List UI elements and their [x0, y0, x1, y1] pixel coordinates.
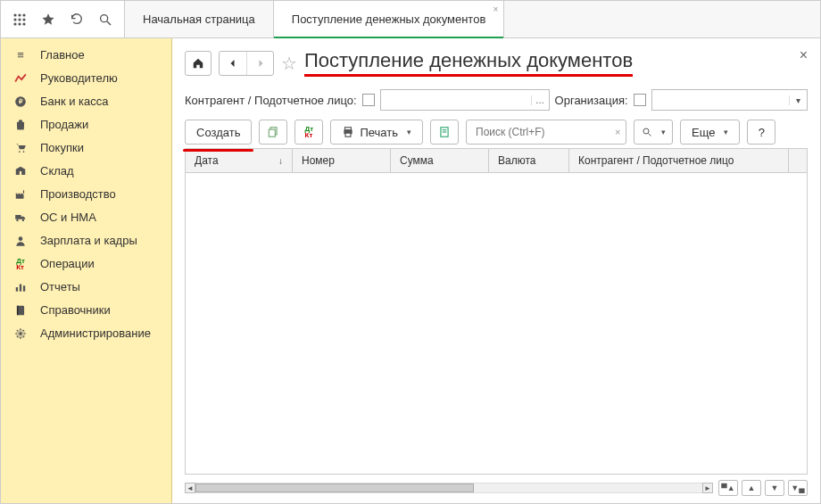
sidebar-item-label: Руководителю [40, 71, 118, 86]
svg-rect-23 [17, 306, 19, 316]
sidebar-item-label: Банк и касса [40, 95, 109, 109]
sidebar-item-warehouse[interactable]: Склад [1, 160, 171, 183]
svg-rect-26 [270, 129, 276, 136]
tab-home[interactable]: Начальная страница [125, 1, 274, 37]
apps-icon[interactable] [12, 12, 28, 28]
svg-rect-21 [20, 285, 21, 292]
sidebar-item-label: Продажи [40, 118, 88, 132]
sidebar-item-manager[interactable]: Руководителю [1, 67, 171, 90]
nav-history [219, 51, 274, 76]
col-extra[interactable] [789, 149, 807, 172]
tab-incoming-docs[interactable]: Поступление денежных документов × [274, 1, 505, 37]
attach-button[interactable] [430, 120, 459, 145]
sidebar-item-label: Главное [40, 48, 85, 62]
svg-point-0 [13, 13, 16, 16]
create-button[interactable]: Создать [185, 120, 252, 145]
sidebar-item-purchases[interactable]: Покупки [1, 136, 171, 160]
svg-point-5 [22, 18, 25, 21]
person-icon [13, 234, 28, 248]
search-input[interactable]: × [466, 120, 626, 145]
filter-org-label: Организация: [555, 94, 628, 107]
back-button[interactable] [220, 52, 246, 75]
sidebar-item-directories[interactable]: Справочники [1, 299, 171, 322]
filter-counterparty-combo[interactable]: … [380, 89, 550, 111]
dtkt-icon: ДтКт [13, 257, 28, 271]
svg-line-34 [648, 134, 651, 136]
svg-point-19 [19, 236, 23, 241]
grid-first-button[interactable]: ▀▲ [718, 480, 738, 496]
bars-icon [13, 280, 28, 294]
scroll-right-icon[interactable]: ► [702, 483, 713, 493]
filter-counterparty-label: Контрагент / Подотчетное лицо: [185, 94, 357, 107]
sidebar-item-reports[interactable]: Отчеты [1, 276, 171, 299]
svg-rect-29 [345, 133, 351, 136]
col-number[interactable]: Номер [293, 149, 391, 172]
copy-button[interactable] [259, 120, 287, 145]
svg-point-13 [19, 151, 21, 153]
grid-up-button[interactable]: ▲ [742, 480, 761, 496]
bag-icon [13, 118, 28, 132]
svg-line-10 [107, 21, 111, 25]
search-icon[interactable] [97, 12, 113, 28]
sidebar-item-main[interactable]: ≡ Главное [1, 44, 171, 67]
scroll-thumb[interactable] [195, 483, 474, 492]
filter-counterparty-checkbox[interactable] [362, 94, 375, 106]
sidebar-item-operations[interactable]: ДтКт Операции [1, 252, 171, 276]
search-field[interactable] [474, 125, 611, 139]
sidebar-item-bank[interactable]: ₽ Банк и касса [1, 90, 171, 113]
sidebar-item-label: Производство [40, 187, 116, 202]
sidebar-item-hr[interactable]: Зарплата и кадры [1, 229, 171, 252]
horizontal-scrollbar[interactable]: ◄ ► [185, 482, 713, 494]
help-button[interactable]: ? [747, 120, 775, 145]
col-date[interactable]: Дата ↓ [186, 149, 293, 172]
svg-rect-27 [345, 128, 352, 130]
ellipsis-icon[interactable]: … [531, 95, 549, 105]
col-counterparty[interactable]: Контрагент / Подотчетное лицо [569, 149, 789, 172]
close-page-button[interactable]: × [800, 47, 808, 63]
page-title: Поступление денежных документов [304, 49, 633, 77]
scroll-left-icon[interactable]: ◄ [185, 483, 195, 493]
grid-body[interactable] [185, 173, 808, 475]
grid-last-button[interactable]: ▼▄ [788, 480, 808, 496]
more-button[interactable]: Еще [680, 120, 740, 145]
truck-icon [13, 211, 28, 225]
print-button[interactable]: Печать [330, 120, 423, 145]
sidebar-item-sales[interactable]: Продажи [1, 113, 171, 136]
clear-search-icon[interactable]: × [611, 127, 624, 137]
sidebar-item-production[interactable]: Производство [1, 183, 171, 206]
home-button[interactable] [185, 51, 211, 76]
sidebar-item-label: Зарплата и кадры [40, 234, 137, 248]
svg-rect-20 [16, 287, 18, 292]
svg-point-4 [18, 18, 21, 21]
cart-icon [13, 141, 28, 155]
sidebar-item-assets[interactable]: ОС и НМА [1, 206, 171, 229]
svg-point-2 [22, 13, 25, 16]
svg-point-14 [23, 151, 25, 153]
col-currency[interactable]: Валюта [489, 149, 569, 172]
sort-asc-icon: ↓ [278, 156, 283, 166]
dropdown-icon[interactable]: ▾ [789, 95, 807, 105]
tab-label: Начальная страница [143, 12, 255, 26]
svg-point-17 [16, 219, 18, 221]
find-dropdown[interactable] [634, 120, 673, 145]
history-icon[interactable] [69, 12, 85, 28]
svg-point-3 [13, 18, 16, 21]
col-sum[interactable]: Сумма [391, 149, 489, 172]
grid-header: Дата ↓ Номер Сумма Валюта Контрагент / П… [185, 148, 808, 173]
filter-org-combo[interactable]: ▾ [651, 89, 808, 111]
button-label: Создать [196, 126, 240, 139]
sidebar-item-label: ОС и НМА [40, 211, 96, 225]
favorite-toggle[interactable]: ☆ [281, 53, 297, 74]
star-icon[interactable] [40, 12, 56, 28]
forward-button[interactable] [246, 52, 273, 75]
svg-rect-15 [20, 171, 21, 175]
dtkt-button[interactable]: ДтКт [294, 120, 323, 145]
filter-org-checkbox[interactable] [634, 94, 646, 106]
sidebar-item-label: Склад [40, 164, 74, 178]
sidebar-item-admin[interactable]: Администрирование [1, 322, 171, 345]
gear-icon [13, 326, 28, 341]
svg-point-8 [22, 22, 25, 25]
svg-rect-22 [23, 285, 25, 291]
grid-down-button[interactable]: ▼ [765, 480, 784, 496]
close-icon[interactable]: × [493, 4, 498, 14]
